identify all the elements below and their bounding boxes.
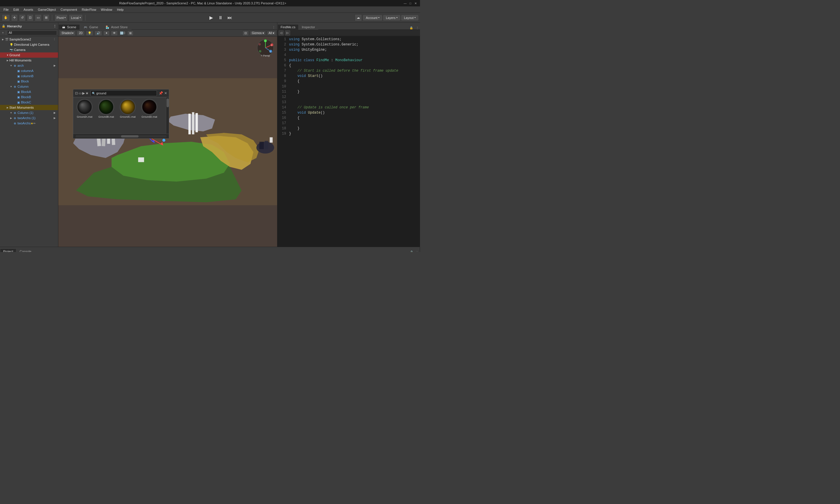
scene-more-btn[interactable]: ⋮	[270, 25, 277, 30]
tree-item-columna[interactable]: ▣ columnA	[0, 68, 58, 73]
menu-riderflow[interactable]: RiderFlow	[79, 7, 99, 12]
menu-window[interactable]: Window	[99, 7, 115, 12]
material-item-groundb[interactable]: GroundB.mat	[97, 99, 116, 132]
inspector-lock-icon[interactable]: 🔒	[408, 26, 415, 30]
tab-asset-store[interactable]: 🏪 Asset Store	[102, 24, 131, 30]
tool-hand[interactable]: ✋	[2, 14, 10, 21]
tree-item-arch[interactable]: ▼ ⊕ arch ▶	[0, 63, 58, 68]
hierarchy-more-icon[interactable]: ⋮	[53, 24, 56, 28]
hidden-toggle[interactable]: 👁	[111, 31, 118, 36]
tool-rect[interactable]: ▭	[35, 14, 42, 21]
toolbar-sep-1	[52, 15, 52, 21]
fx-toggle[interactable]: ✦	[103, 31, 110, 36]
tree-more[interactable]: ▶	[54, 64, 57, 67]
material-item-grounda[interactable]: GroundA.mat	[75, 99, 94, 132]
popup-hscrollbar[interactable]	[75, 135, 167, 138]
step-button[interactable]: ⏭	[226, 14, 234, 22]
tool-rotate[interactable]: ↺	[19, 14, 26, 21]
inspector-tb-btn-2[interactable]: ▷	[285, 30, 290, 36]
gizmo-overlay[interactable]: Y X Z < Persp	[257, 39, 274, 56]
tree-more[interactable]: ⋮	[53, 38, 57, 41]
edit-icon[interactable]: ✏	[33, 122, 36, 125]
local-button[interactable]: Local ▾	[69, 14, 83, 21]
tree-item-ground[interactable]: ▼ Ground	[0, 52, 58, 58]
close-button[interactable]: ✕	[414, 1, 418, 5]
scroll-thumb[interactable]	[167, 98, 169, 107]
audio-toggle[interactable]: 🔊	[95, 31, 102, 36]
tree-item-blockb[interactable]: ▣ BlockB	[0, 94, 58, 100]
tree-item-blocka[interactable]: ▣ BlockA	[0, 89, 58, 94]
search-popup-scrollbar[interactable]	[166, 97, 169, 134]
menu-edit[interactable]: Edit	[11, 7, 21, 12]
2d-button[interactable]: 2D	[77, 31, 85, 36]
hierarchy-add-btn[interactable]: +	[1, 31, 5, 35]
tree-item-hillmonuments[interactable]: ▶ Hill Monuments	[0, 58, 58, 63]
tool-scale[interactable]: ⊡	[27, 14, 34, 21]
inspector-more-icon[interactable]: ⋮	[415, 26, 420, 30]
scene-canvas[interactable]: Y X Z < Persp	[58, 37, 277, 247]
layout-button[interactable]: Layout ▾	[401, 15, 418, 20]
maximize-btn[interactable]: ⊡	[242, 31, 249, 36]
pause-button[interactable]: ⏸	[217, 14, 225, 22]
light-toggle[interactable]: 💡	[86, 31, 93, 36]
tab-findme[interactable]: FindMe.cs	[277, 24, 299, 30]
tree-item-columnb[interactable]: ▣ columnB	[0, 73, 58, 79]
tree-item-camera[interactable]: 📷 Camera	[0, 47, 58, 52]
console-tab-label: Console	[19, 250, 31, 252]
tree-item-block[interactable]: ▣ Block	[0, 79, 58, 84]
tab-console[interactable]: Console	[16, 249, 34, 252]
layers-button[interactable]: Layers ▾	[383, 15, 400, 20]
tree-more[interactable]: ▶	[54, 111, 57, 114]
menu-gameobject[interactable]: GameObject	[36, 7, 58, 12]
inspector-tb-btn-1[interactable]: ◁	[278, 30, 284, 36]
maximize-button[interactable]: □	[408, 1, 412, 5]
tree-item-twoarchs1[interactable]: ▶ ⊕ twoArchs (1) ▶	[0, 115, 58, 121]
tool-move[interactable]: ✛	[11, 14, 18, 21]
project-more-icon[interactable]: ⋮	[414, 251, 420, 252]
popup-icon-btn-1[interactable]: ⊡	[75, 91, 78, 95]
tab-scene[interactable]: 🏔 Scene	[58, 24, 80, 30]
popup-pin-btn[interactable]: 📌	[159, 91, 163, 95]
material-item-groundd[interactable]: GroundD.mat	[140, 99, 159, 132]
shading-button[interactable]: Shaded ▾	[59, 31, 75, 36]
menu-assets[interactable]: Assets	[21, 7, 36, 12]
menu-component[interactable]: Component	[58, 7, 79, 12]
hierarchy-search-input[interactable]	[7, 31, 57, 35]
tab-inspector[interactable]: Inspector	[299, 24, 318, 30]
menu-file[interactable]: File	[1, 7, 11, 12]
popup-icon-btn-star[interactable]: ★	[85, 91, 89, 95]
material-item-groundc[interactable]: GroundC.mat	[118, 99, 137, 132]
pivot-button[interactable]: Pivot ▾	[54, 14, 68, 21]
all-button[interactable]: All ▾	[267, 31, 276, 35]
minimize-button[interactable]: —	[403, 1, 407, 5]
popup-close-btn[interactable]: ✕	[164, 91, 167, 95]
code-area[interactable]: 1 using System.Collections; 2 using Syst…	[277, 36, 420, 247]
popup-icon-btn-2[interactable]: ▭	[79, 91, 82, 95]
project-lock-icon[interactable]: 🔒	[409, 251, 414, 252]
grid-toggle[interactable]: ⊞	[127, 31, 134, 36]
hierarchy-lock-icon[interactable]: 🔒	[2, 24, 5, 28]
popup-icon-btn-3[interactable]: ▶	[82, 91, 85, 95]
cloud-button[interactable]: ☁	[355, 14, 362, 21]
account-button[interactable]: Account ▾	[363, 15, 382, 20]
tree-item-column1[interactable]: ▼ ⊕ Column (1) ▶	[0, 110, 58, 115]
orientation-gizmo: Y X Z	[257, 39, 274, 56]
gizmos-button[interactable]: Gizmos ▾	[250, 31, 266, 35]
tree-item-samplescene[interactable]: ▶ 🎬 SampleScene2 ⋮	[0, 37, 58, 42]
search-popup: ⊡ ▭ ▶ ★ 🔍 📌 ✕	[73, 89, 169, 139]
tree-item-column[interactable]: ▼ ⊕ Column	[0, 84, 58, 89]
tree-item-twoarchs[interactable]: ⊕ twoArchs ★ ✏	[0, 121, 58, 126]
tab-game[interactable]: 🎮 Game	[80, 24, 102, 30]
tree-item-dirlight[interactable]: 💡 Directional Light Camera	[0, 42, 58, 47]
tool-transform[interactable]: ⊞	[43, 14, 50, 21]
code-line-11: 11 }	[277, 90, 420, 95]
play-button[interactable]: ▶	[207, 14, 215, 22]
popup-hscroll-thumb[interactable]	[121, 135, 139, 138]
svg-text:Z: Z	[270, 51, 271, 52]
tree-item-startmonuments[interactable]: ▶ Start Monuments	[0, 105, 58, 110]
tree-more[interactable]: ▶	[54, 116, 57, 120]
tree-item-blockc[interactable]: ▣ BlockC	[0, 100, 58, 105]
tab-project[interactable]: Project	[0, 249, 16, 252]
menu-help[interactable]: Help	[115, 7, 126, 12]
search-input[interactable]	[96, 91, 155, 95]
